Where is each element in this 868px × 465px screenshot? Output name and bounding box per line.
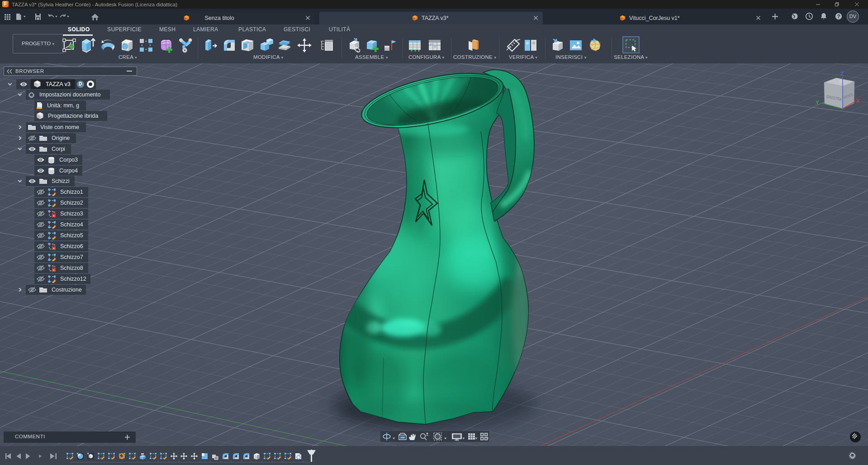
svg-text:X: X xyxy=(856,98,859,104)
svg-text:?: ? xyxy=(837,14,840,19)
svg-text:Y: Y xyxy=(816,100,819,106)
svg-text:Z: Z xyxy=(840,71,844,77)
